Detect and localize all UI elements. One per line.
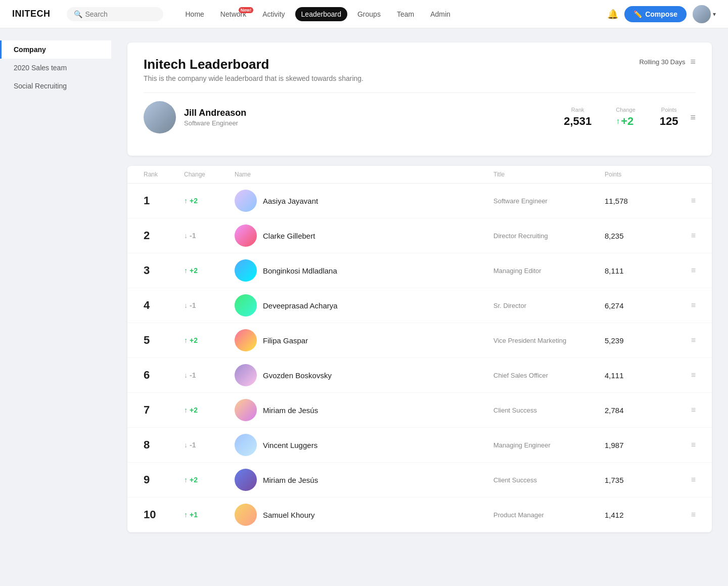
- rank-cell: 10: [144, 508, 184, 521]
- change-cell: ↑+2: [184, 476, 235, 484]
- row-menu-icon[interactable]: ≡: [665, 231, 696, 240]
- change-arrow-icon: ↓: [184, 301, 188, 309]
- row-menu-icon[interactable]: ≡: [665, 266, 696, 275]
- topnav: INITECH 🔍 HomeNetworkNew!ActivityLeaderb…: [0, 0, 728, 28]
- nav-link-team[interactable]: Team: [391, 7, 420, 21]
- change-arrow-icon: ↑: [184, 266, 188, 275]
- rank-label: Rank: [564, 107, 592, 113]
- person-title: Vice President Marketing: [493, 337, 605, 344]
- person-avatar: [235, 259, 257, 282]
- table-header: RankChangeNameTitlePoints: [127, 166, 712, 184]
- person-cell[interactable]: Miriam de Jesús: [235, 399, 493, 421]
- row-menu-icon[interactable]: ≡: [665, 301, 696, 310]
- rank-cell: 3: [144, 264, 184, 277]
- row-menu-icon[interactable]: ≡: [665, 336, 696, 345]
- rank-cell: 1: [144, 194, 184, 207]
- nav-link-groups[interactable]: Groups: [351, 7, 387, 21]
- points-cell: 5,239: [605, 336, 665, 345]
- person-avatar: [235, 364, 257, 386]
- person-cell[interactable]: Gvozden Boskovsky: [235, 364, 493, 386]
- change-cell: ↓-1: [184, 301, 235, 309]
- table-row: 2↓-1Clarke GillebertDirector Recruiting8…: [127, 218, 712, 253]
- person-cell[interactable]: Deveeprasad Acharya: [235, 294, 493, 317]
- current-user-card: Jill Andreason Software Engineer Rank 2,…: [144, 93, 696, 142]
- nav-link-leaderboard[interactable]: Leaderboard: [295, 7, 347, 21]
- points-cell: 8,111: [605, 266, 665, 275]
- person-title: Client Success: [493, 407, 605, 414]
- change-cell: ↑+2: [184, 197, 235, 205]
- nav-link-network[interactable]: NetworkNew!: [214, 7, 252, 21]
- logo: INITECH: [12, 9, 51, 19]
- change-arrow-icon: ↑: [616, 117, 620, 126]
- rank-cell: 8: [144, 438, 184, 452]
- person-cell[interactable]: Miriam de Jesús: [235, 469, 493, 491]
- row-menu-icon[interactable]: ≡: [665, 371, 696, 380]
- person-cell[interactable]: Filipa Gaspar: [235, 329, 493, 351]
- person-cell[interactable]: Aasiya Jayavant: [235, 190, 493, 212]
- current-user-title: Software Engineer: [184, 119, 564, 127]
- person-title: Client Success: [493, 476, 605, 484]
- points-cell: 1,735: [605, 476, 665, 484]
- current-user-info: Jill Andreason Software Engineer: [184, 108, 564, 127]
- rank-cell: 6: [144, 369, 184, 382]
- leaderboard-title: Initech Leaderboard: [144, 57, 363, 72]
- sidebar-item-company[interactable]: Company: [0, 40, 111, 59]
- change-arrow-icon: ↑: [184, 197, 188, 205]
- table-row: 7↑+2Miriam de JesúsClient Success2,784≡: [127, 393, 712, 428]
- leaderboard-card: Initech Leaderboard This is the company …: [127, 42, 712, 156]
- row-menu-icon[interactable]: ≡: [665, 510, 696, 519]
- change-value: -1: [190, 441, 196, 449]
- table-row: 8↓-1Vincent LuggersManaging Engineer1,98…: [127, 428, 712, 463]
- compose-button[interactable]: ✏️ Compose: [624, 6, 687, 22]
- row-menu-icon[interactable]: ≡: [665, 196, 696, 205]
- change-value: +2: [190, 197, 198, 205]
- row-menu-icon[interactable]: ≡: [665, 475, 696, 484]
- rank-cell: 9: [144, 473, 184, 486]
- person-avatar: [235, 504, 257, 526]
- nav-link-admin[interactable]: Admin: [424, 7, 457, 21]
- nav-link-activity[interactable]: Activity: [256, 7, 291, 21]
- change-value: ↑ +2: [616, 115, 635, 128]
- change-value: +1: [190, 511, 198, 519]
- leaderboard-menu-icon[interactable]: ≡: [690, 57, 696, 67]
- nav-link-home[interactable]: Home: [179, 7, 210, 21]
- notifications-button[interactable]: 🔔: [607, 9, 618, 20]
- person-name: Miriam de Jesús: [263, 476, 318, 484]
- change-cell: ↓-1: [184, 232, 235, 240]
- person-cell[interactable]: Bonginkosi Mdladlana: [235, 259, 493, 282]
- person-avatar: [235, 399, 257, 421]
- person-avatar: [235, 329, 257, 351]
- change-cell: ↑+2: [184, 266, 235, 275]
- change-arrow-icon: ↑: [184, 476, 188, 484]
- table-body: 1↑+2Aasiya JayavantSoftware Engineer11,5…: [127, 184, 712, 532]
- change-cell: ↑+1: [184, 511, 235, 519]
- person-cell[interactable]: Vincent Luggers: [235, 434, 493, 456]
- points-cell: 1,987: [605, 441, 665, 449]
- person-name: Samuel Khoury: [263, 511, 315, 519]
- row-menu-icon[interactable]: ≡: [665, 440, 696, 449]
- search-bar[interactable]: 🔍: [67, 7, 163, 21]
- row-menu-icon[interactable]: ≡: [665, 405, 696, 415]
- sidebar-item-sales-team[interactable]: 2020 Sales team: [0, 59, 111, 77]
- person-name: Filipa Gaspar: [263, 336, 308, 345]
- points-cell: 11,578: [605, 197, 665, 205]
- person-avatar: [235, 294, 257, 317]
- stat-rank: Rank 2,531: [564, 107, 592, 128]
- person-cell[interactable]: Clarke Gillebert: [235, 224, 493, 247]
- search-icon: 🔍: [74, 10, 82, 18]
- user-avatar: [693, 5, 711, 23]
- search-input[interactable]: [85, 10, 156, 18]
- person-cell[interactable]: Samuel Khoury: [235, 504, 493, 526]
- user-card-menu-icon[interactable]: ≡: [690, 112, 696, 123]
- compose-label: Compose: [645, 10, 677, 18]
- person-name: Miriam de Jesús: [263, 406, 318, 415]
- person-name: Clarke Gillebert: [263, 232, 315, 240]
- change-arrow-icon: ↓: [184, 232, 188, 240]
- main-content: Initech Leaderboard This is the company …: [111, 28, 728, 586]
- user-menu[interactable]: ▾: [693, 5, 716, 23]
- rolling-label: Rolling 30 Days: [639, 58, 685, 66]
- rank-cell: 7: [144, 403, 184, 417]
- change-cell: ↓-1: [184, 441, 235, 449]
- change-cell: ↑+2: [184, 406, 235, 414]
- sidebar-item-social-recruiting[interactable]: Social Recruiting: [0, 77, 111, 95]
